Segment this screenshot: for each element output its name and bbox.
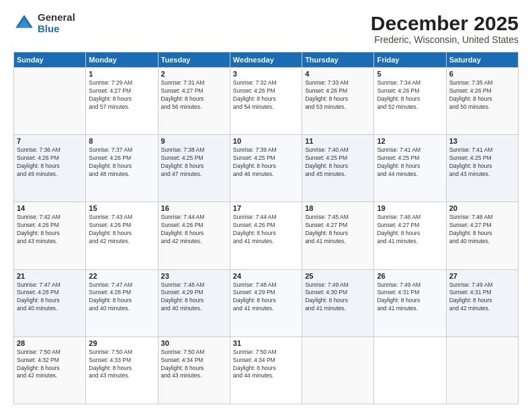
- table-row: 13Sunrise: 7:41 AM Sunset: 4:25 PM Dayli…: [446, 135, 518, 202]
- calendar-week-1: 7Sunrise: 7:36 AM Sunset: 4:26 PM Daylig…: [14, 135, 519, 202]
- day-info: Sunrise: 7:50 AM Sunset: 4:32 PM Dayligh…: [17, 349, 83, 381]
- day-info: Sunrise: 7:33 AM Sunset: 4:26 PM Dayligh…: [305, 79, 371, 111]
- main-title: December 2025: [371, 12, 519, 34]
- table-row: 18Sunrise: 7:45 AM Sunset: 4:27 PM Dayli…: [302, 202, 374, 269]
- title-block: December 2025 Frederic, Wisconsin, Unite…: [371, 12, 519, 45]
- logo-text: General Blue: [38, 12, 75, 34]
- table-row: 20Sunrise: 7:46 AM Sunset: 4:27 PM Dayli…: [446, 202, 518, 269]
- day-number: 10: [233, 137, 299, 145]
- day-number: 29: [89, 339, 154, 347]
- day-number: 15: [89, 204, 154, 212]
- logo: General Blue: [13, 12, 75, 34]
- day-number: 1: [89, 70, 154, 78]
- col-saturday: Saturday: [446, 52, 518, 68]
- day-number: 31: [233, 339, 299, 347]
- day-number: 8: [89, 137, 154, 145]
- table-row: 30Sunrise: 7:50 AM Sunset: 4:34 PM Dayli…: [158, 336, 230, 404]
- day-number: 14: [17, 204, 83, 212]
- day-info: Sunrise: 7:39 AM Sunset: 4:25 PM Dayligh…: [233, 146, 299, 179]
- day-info: Sunrise: 7:49 AM Sunset: 4:31 PM Dayligh…: [377, 281, 443, 314]
- day-info: Sunrise: 7:40 AM Sunset: 4:25 PM Dayligh…: [305, 146, 371, 179]
- day-info: Sunrise: 7:50 AM Sunset: 4:34 PM Dayligh…: [233, 349, 299, 381]
- table-row: 24Sunrise: 7:48 AM Sunset: 4:29 PM Dayli…: [230, 269, 302, 336]
- day-info: Sunrise: 7:46 AM Sunset: 4:27 PM Dayligh…: [449, 214, 515, 246]
- day-number: 23: [161, 272, 227, 280]
- table-row: 31Sunrise: 7:50 AM Sunset: 4:34 PM Dayli…: [230, 336, 302, 404]
- day-number: 12: [377, 137, 443, 145]
- day-info: Sunrise: 7:35 AM Sunset: 4:26 PM Dayligh…: [449, 79, 515, 111]
- day-number: 2: [161, 70, 227, 78]
- table-row: 10Sunrise: 7:39 AM Sunset: 4:25 PM Dayli…: [230, 135, 302, 202]
- day-number: 16: [161, 204, 227, 212]
- day-number: 19: [377, 204, 443, 212]
- day-number: 13: [449, 137, 515, 145]
- table-row: 15Sunrise: 7:43 AM Sunset: 4:26 PM Dayli…: [86, 202, 158, 269]
- logo-icon: [13, 13, 35, 34]
- day-info: Sunrise: 7:41 AM Sunset: 4:25 PM Dayligh…: [449, 146, 515, 179]
- day-number: 3: [233, 70, 299, 78]
- header-row: Sunday Monday Tuesday Wednesday Thursday…: [14, 52, 519, 68]
- table-row: [302, 336, 374, 404]
- table-row: 27Sunrise: 7:49 AM Sunset: 4:31 PM Dayli…: [446, 269, 518, 336]
- calendar-week-0: 1Sunrise: 7:29 AM Sunset: 4:27 PM Daylig…: [14, 68, 519, 135]
- table-row: 21Sunrise: 7:47 AM Sunset: 4:28 PM Dayli…: [14, 269, 86, 336]
- day-number: 26: [377, 272, 443, 280]
- day-info: Sunrise: 7:46 AM Sunset: 4:27 PM Dayligh…: [377, 214, 443, 246]
- col-wednesday: Wednesday: [230, 52, 302, 68]
- day-info: Sunrise: 7:50 AM Sunset: 4:33 PM Dayligh…: [89, 349, 154, 381]
- day-info: Sunrise: 7:32 AM Sunset: 4:26 PM Dayligh…: [233, 79, 299, 111]
- day-number: 9: [161, 137, 227, 145]
- col-tuesday: Tuesday: [158, 52, 230, 68]
- subtitle: Frederic, Wisconsin, United States: [371, 34, 519, 45]
- day-number: 30: [161, 339, 227, 347]
- col-thursday: Thursday: [302, 52, 374, 68]
- day-info: Sunrise: 7:50 AM Sunset: 4:34 PM Dayligh…: [161, 349, 227, 381]
- table-row: 5Sunrise: 7:34 AM Sunset: 4:26 PM Daylig…: [374, 68, 446, 135]
- table-row: 17Sunrise: 7:44 AM Sunset: 4:26 PM Dayli…: [230, 202, 302, 269]
- table-row: 9Sunrise: 7:38 AM Sunset: 4:25 PM Daylig…: [158, 135, 230, 202]
- calendar-week-4: 28Sunrise: 7:50 AM Sunset: 4:32 PM Dayli…: [14, 336, 519, 404]
- logo-general-text: General: [38, 12, 75, 24]
- table-row: 8Sunrise: 7:37 AM Sunset: 4:26 PM Daylig…: [86, 135, 158, 202]
- logo-blue-text: Blue: [38, 24, 75, 35]
- day-number: 22: [89, 272, 154, 280]
- table-row: 1Sunrise: 7:29 AM Sunset: 4:27 PM Daylig…: [86, 68, 158, 135]
- table-row: [446, 336, 518, 404]
- day-number: 21: [17, 272, 83, 280]
- table-row: 12Sunrise: 7:41 AM Sunset: 4:25 PM Dayli…: [374, 135, 446, 202]
- day-info: Sunrise: 7:48 AM Sunset: 4:29 PM Dayligh…: [161, 281, 227, 314]
- table-row: [374, 336, 446, 404]
- table-row: 28Sunrise: 7:50 AM Sunset: 4:32 PM Dayli…: [14, 336, 86, 404]
- day-info: Sunrise: 7:44 AM Sunset: 4:26 PM Dayligh…: [161, 214, 227, 246]
- day-info: Sunrise: 7:47 AM Sunset: 4:28 PM Dayligh…: [17, 281, 83, 314]
- day-number: 5: [377, 70, 443, 78]
- day-number: 25: [305, 272, 371, 280]
- table-row: 6Sunrise: 7:35 AM Sunset: 4:26 PM Daylig…: [446, 68, 518, 135]
- day-number: 6: [449, 70, 515, 78]
- table-row: 22Sunrise: 7:47 AM Sunset: 4:28 PM Dayli…: [86, 269, 158, 336]
- col-sunday: Sunday: [14, 52, 86, 68]
- day-info: Sunrise: 7:34 AM Sunset: 4:26 PM Dayligh…: [377, 79, 443, 111]
- day-number: 20: [449, 204, 515, 212]
- day-number: 7: [17, 137, 83, 145]
- table-row: 7Sunrise: 7:36 AM Sunset: 4:26 PM Daylig…: [14, 135, 86, 202]
- day-info: Sunrise: 7:37 AM Sunset: 4:26 PM Dayligh…: [89, 146, 154, 179]
- day-number: 28: [17, 339, 83, 347]
- table-row: 25Sunrise: 7:49 AM Sunset: 4:30 PM Dayli…: [302, 269, 374, 336]
- day-number: 4: [305, 70, 371, 78]
- table-row: [14, 68, 86, 135]
- day-number: 27: [449, 272, 515, 280]
- calendar-week-2: 14Sunrise: 7:42 AM Sunset: 4:26 PM Dayli…: [14, 202, 519, 269]
- calendar-table: Sunday Monday Tuesday Wednesday Thursday…: [13, 52, 519, 404]
- day-number: 17: [233, 204, 299, 212]
- day-info: Sunrise: 7:43 AM Sunset: 4:26 PM Dayligh…: [89, 214, 154, 246]
- day-number: 24: [233, 272, 299, 280]
- table-row: 11Sunrise: 7:40 AM Sunset: 4:25 PM Dayli…: [302, 135, 374, 202]
- day-info: Sunrise: 7:31 AM Sunset: 4:27 PM Dayligh…: [161, 79, 227, 111]
- table-row: 16Sunrise: 7:44 AM Sunset: 4:26 PM Dayli…: [158, 202, 230, 269]
- day-info: Sunrise: 7:29 AM Sunset: 4:27 PM Dayligh…: [89, 79, 154, 111]
- day-info: Sunrise: 7:47 AM Sunset: 4:28 PM Dayligh…: [89, 281, 154, 314]
- day-info: Sunrise: 7:49 AM Sunset: 4:30 PM Dayligh…: [305, 281, 371, 314]
- table-row: 23Sunrise: 7:48 AM Sunset: 4:29 PM Dayli…: [158, 269, 230, 336]
- day-info: Sunrise: 7:49 AM Sunset: 4:31 PM Dayligh…: [449, 281, 515, 314]
